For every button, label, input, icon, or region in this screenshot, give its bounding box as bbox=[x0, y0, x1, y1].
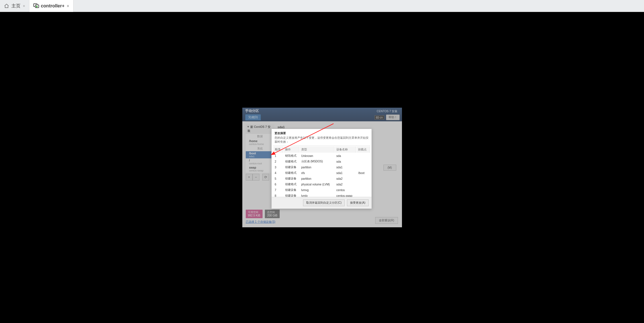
cell-order: 2 bbox=[273, 159, 283, 164]
cell-mount bbox=[357, 165, 369, 170]
tab-controller[interactable]: controller+ × bbox=[29, 0, 73, 12]
cell-order: 5 bbox=[273, 176, 283, 181]
tab-home[interactable]: 主页 × bbox=[0, 0, 29, 12]
cell-type: Unknown bbox=[300, 153, 334, 158]
tab-controller-label: controller+ bbox=[41, 3, 64, 9]
col-type[interactable]: 类型 bbox=[300, 146, 334, 153]
vm-screen: 手动分区 完成(D) CENTOS 7 安装 cn 帮助！ bbox=[242, 108, 402, 227]
cell-op: 创建设备 bbox=[284, 187, 299, 193]
cell-op: 销毁格式 bbox=[284, 153, 299, 158]
cancel-button[interactable]: 取消并返回到自定义分区(C) bbox=[303, 199, 345, 206]
accept-button[interactable]: 接受更改(A) bbox=[347, 199, 368, 206]
cell-mount bbox=[357, 153, 369, 158]
cell-type: 分区表 (MSDOS) bbox=[300, 159, 334, 164]
close-icon[interactable]: × bbox=[23, 4, 25, 8]
cell-order: 7 bbox=[273, 187, 283, 193]
cell-device: sda2 bbox=[335, 176, 356, 181]
modal-subtitle: 您的自定义更改将产生以下变更，这些变更将会在您返回到主菜单并开始安装时生效： bbox=[272, 136, 371, 146]
vm-icon bbox=[33, 3, 38, 9]
table-row[interactable]: 1销毁格式Unknownsda bbox=[273, 153, 370, 158]
cell-op: 创建设备 bbox=[284, 165, 299, 170]
table-row[interactable]: 5创建设备partitionsda2 bbox=[273, 176, 370, 181]
table-row[interactable]: 3创建设备partitionsda1 bbox=[273, 165, 370, 170]
modal-actions: 取消并返回到自定义分区(C) 接受更改(A) bbox=[272, 197, 371, 208]
cell-device: centos bbox=[335, 187, 356, 193]
cell-device: sda1 bbox=[335, 170, 356, 175]
cell-order: 4 bbox=[273, 170, 283, 175]
cell-device: centos-swap bbox=[335, 193, 356, 197]
close-icon[interactable]: × bbox=[67, 4, 69, 8]
cell-type: partition bbox=[300, 165, 334, 170]
cell-mount: /boot bbox=[357, 170, 369, 175]
tab-home-label: 主页 bbox=[11, 3, 21, 9]
home-icon bbox=[4, 3, 9, 9]
cell-device: sda bbox=[335, 153, 356, 158]
cell-op: 创建格式 bbox=[284, 159, 299, 164]
table-row[interactable]: 4创建格式xfssda1/boot bbox=[273, 170, 370, 175]
cell-op: 创建格式 bbox=[284, 170, 299, 175]
cell-type: partition bbox=[300, 176, 334, 181]
table-row[interactable]: 8创建设备lvmlvcentos-swap bbox=[273, 193, 370, 197]
vm-viewport: 手动分区 完成(D) CENTOS 7 安装 cn 帮助！ bbox=[0, 12, 644, 323]
modal-table-scroll[interactable]: 顺序 操作 类型 设备名称 挂载点 1销毁格式Unknownsda2创建格式分区… bbox=[272, 146, 371, 197]
changes-summary-modal: 更改摘要 您的自定义更改将产生以下变更，这些变更将会在您返回到主菜单并开始安装时… bbox=[271, 129, 372, 209]
cell-mount bbox=[357, 182, 369, 187]
cell-device: sda1 bbox=[335, 165, 356, 170]
cell-type: lvmlv bbox=[300, 193, 334, 197]
cell-order: 1 bbox=[273, 153, 283, 158]
col-device[interactable]: 设备名称 bbox=[335, 146, 356, 153]
col-mount[interactable]: 挂载点 bbox=[357, 146, 369, 153]
table-row[interactable]: 2创建格式分区表 (MSDOS)sda bbox=[273, 159, 370, 164]
cell-device: sda bbox=[335, 159, 356, 164]
browser-tabbar: 主页 × controller+ × bbox=[0, 0, 644, 12]
cell-mount bbox=[357, 176, 369, 181]
cell-order: 8 bbox=[273, 193, 283, 197]
cell-order: 6 bbox=[273, 182, 283, 187]
cell-device: sda2 bbox=[335, 182, 356, 187]
cell-type: lvmvg bbox=[300, 187, 334, 193]
cell-op: 创建设备 bbox=[284, 193, 299, 197]
cell-mount bbox=[357, 193, 369, 197]
col-order[interactable]: 顺序 bbox=[273, 146, 283, 153]
cell-mount bbox=[357, 159, 369, 164]
cell-mount bbox=[357, 187, 369, 193]
cell-order: 3 bbox=[273, 165, 283, 170]
cell-type: xfs bbox=[300, 170, 334, 175]
table-row[interactable]: 7创建设备lvmvgcentos bbox=[273, 187, 370, 193]
col-op[interactable]: 操作 bbox=[284, 146, 299, 153]
table-row[interactable]: 6创建格式physical volume (LVM)sda2 bbox=[273, 182, 370, 187]
cell-type: physical volume (LVM) bbox=[300, 182, 334, 187]
changes-table: 顺序 操作 类型 设备名称 挂载点 1销毁格式Unknownsda2创建格式分区… bbox=[273, 146, 370, 197]
cell-op: 创建设备 bbox=[284, 176, 299, 181]
modal-title: 更改摘要 bbox=[272, 129, 371, 136]
cell-op: 创建格式 bbox=[284, 182, 299, 187]
